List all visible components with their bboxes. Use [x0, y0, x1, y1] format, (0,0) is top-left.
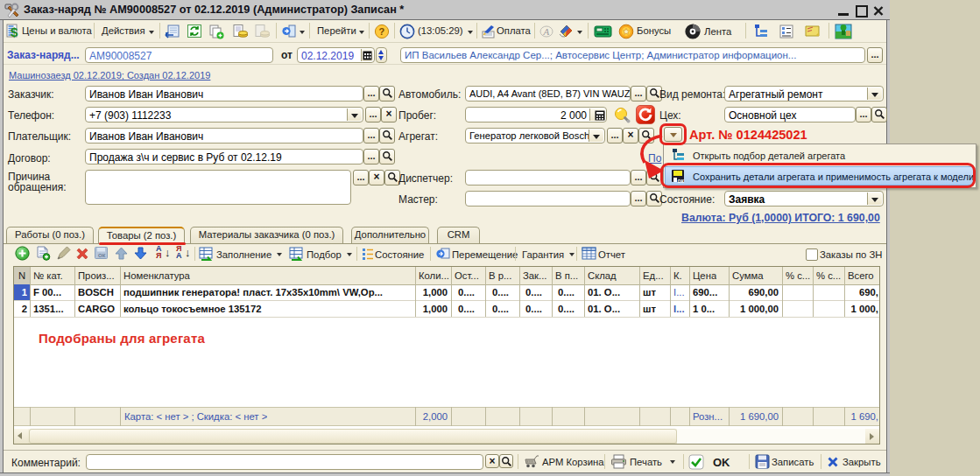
- svg-text:ОК: ОК: [98, 253, 106, 258]
- svg-text:A: A: [543, 26, 550, 37]
- svg-text:$: $: [11, 24, 18, 38]
- svg-text:?: ?: [379, 26, 385, 37]
